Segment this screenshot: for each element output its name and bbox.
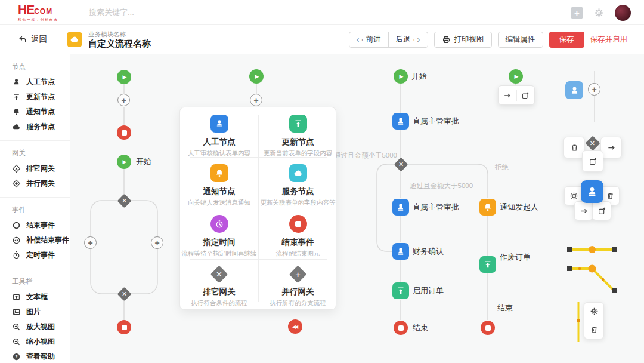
sidebar-item-help[interactable]: 查看帮助 <box>0 349 70 363</box>
add-branch-button[interactable]: + <box>84 236 97 249</box>
manual-node-selected[interactable] <box>581 180 603 203</box>
toolbar-divider <box>57 32 57 47</box>
end-event-node[interactable] <box>117 320 131 334</box>
copy-node-button[interactable] <box>582 150 603 172</box>
stop-icon <box>122 325 127 330</box>
brand-logo[interactable]: HECOM 和你一起，创想未来 <box>18 2 78 23</box>
stop-icon <box>289 215 307 233</box>
flow-canvas[interactable] <box>70 54 644 363</box>
textbox-icon <box>12 293 21 302</box>
palette-item-exclusive-gateway[interactable]: ✕ 排它网关 执行符合条件的流程 <box>180 266 258 312</box>
add-step-button[interactable]: + <box>250 94 262 106</box>
update-node-void-order[interactable] <box>479 256 496 273</box>
connector-delete-button[interactable] <box>590 321 599 339</box>
start-event-node[interactable]: ▶ <box>509 69 523 84</box>
connect-arrow-button[interactable] <box>499 86 516 104</box>
module-name-label: 业务模块名称 <box>88 30 151 38</box>
backward-button[interactable]: 后退 ⇨ <box>389 32 428 47</box>
sidebar-item-timer-event[interactable]: 定时事件 <box>0 248 70 263</box>
copy-node-button[interactable] <box>517 86 535 104</box>
sidebar-item-parallel-gateway[interactable]: 并行网关 <box>0 176 70 191</box>
palette-item-service-node[interactable]: 服务节点 更新关联表单的字段内容等 <box>259 164 337 211</box>
node-label: 财务确认 <box>413 246 444 257</box>
compensation-end-node[interactable]: ◀◀ <box>288 319 302 334</box>
add-button[interactable]: + <box>571 7 583 19</box>
palette-desc: 流程的结束图元 <box>276 250 320 258</box>
end-event-node[interactable] <box>394 321 408 335</box>
end-label: 结束 <box>413 322 428 333</box>
sidebar-section-nodes: 节点 人工节点 更新节点 通知节点 服务节点 <box>0 54 70 140</box>
end-label: 结束 <box>497 303 513 313</box>
user-avatar[interactable] <box>615 5 631 21</box>
notify-node[interactable] <box>479 199 496 216</box>
sidebar-item-compensation-end-event[interactable]: 补偿结束事件 <box>0 233 70 248</box>
start-event-node[interactable]: ▶ <box>249 69 264 84</box>
item-label: 更新节点 <box>26 92 55 102</box>
manual-node-finance[interactable] <box>392 243 409 260</box>
start-event-node[interactable]: ▶ <box>117 155 131 169</box>
manual-node-approve2[interactable] <box>392 199 409 216</box>
settings-gear-icon[interactable] <box>593 7 605 19</box>
sidebar-item-end-event[interactable]: 结束事件 <box>0 218 70 233</box>
sidebar-item-notify-node[interactable]: 通知节点 <box>0 104 70 119</box>
palette-item-notify-node[interactable]: 通知节点 向关键人发送消息通知 <box>180 164 258 211</box>
sidebar-item-manual-node[interactable]: 人工节点 <box>0 75 70 90</box>
palette-desc: 人工审核确认表单内容 <box>188 149 250 158</box>
palette-item-update-node[interactable]: 更新节点 更新当前表单的字段内容 <box>259 115 337 161</box>
edit-properties-button[interactable]: 编辑属性 <box>498 32 543 48</box>
update-node-enable-order[interactable] <box>392 282 409 299</box>
manual-node-approve1[interactable] <box>392 113 409 130</box>
timer-icon <box>210 215 228 233</box>
x-icon: ✕ <box>590 140 595 147</box>
palette-title: 结束事件 <box>282 237 314 248</box>
palette-item-end-event[interactable]: 结束事件 流程的结束图元 <box>259 215 337 262</box>
sidebar-item-zoom-out[interactable]: 缩小视图 <box>0 334 70 349</box>
manual-node-ghost[interactable] <box>565 81 583 99</box>
end-event-node[interactable] <box>117 125 131 140</box>
sidebar-item-image[interactable]: 图片 <box>0 304 70 319</box>
sidebar-section-events: 事件 结束事件 补偿结束事件 定时事件 <box>0 197 70 269</box>
node-palette-panel: 人工节点 人工审核确认表单内容 更新节点 更新当前表单的字段内容 通知节点 向关… <box>179 107 336 310</box>
bell-icon <box>12 107 21 116</box>
back-button[interactable]: 返回 <box>18 34 47 45</box>
start-event-node[interactable]: ▶ <box>394 69 408 84</box>
section-title: 网关 <box>12 149 70 158</box>
item-label: 缩小视图 <box>26 337 55 347</box>
end-event-node[interactable] <box>481 321 495 335</box>
element-sidebar: 节点 人工节点 更新节点 通知节点 服务节点 网关 排它网关 <box>0 54 70 363</box>
sidebar-section-gateways: 网关 排它网关 并行网关 <box>0 140 70 197</box>
print-view-button[interactable]: 打印视图 <box>434 32 492 48</box>
top-header: HECOM 和你一起，创想未来 + <box>0 0 644 25</box>
item-label: 并行网关 <box>26 179 55 189</box>
add-step-button[interactable]: + <box>588 83 600 96</box>
start-label: 开始 <box>136 156 151 167</box>
sidebar-item-update-node[interactable]: 更新节点 <box>0 90 70 104</box>
search-input[interactable] <box>89 8 268 17</box>
save-and-enable-button[interactable]: 保存并启用 <box>590 35 628 45</box>
play-icon: ▶ <box>255 73 259 79</box>
flow-name-title: 自定义流程名称 <box>88 38 151 49</box>
connect-arrow-button[interactable] <box>600 137 622 158</box>
add-branch-button[interactable]: + <box>151 236 163 249</box>
sidebar-item-exclusive-gateway[interactable]: 排它网关 <box>0 161 70 176</box>
sidebar-item-textbox[interactable]: 文本框 <box>0 290 70 304</box>
upload-arrow-icon <box>12 93 21 101</box>
stop-icon <box>122 130 127 136</box>
sidebar-item-service-node[interactable]: 服务节点 <box>0 119 70 134</box>
copy-node-button[interactable] <box>592 201 611 220</box>
play-icon: ▶ <box>515 73 519 79</box>
connect-arrow-button[interactable] <box>574 201 593 220</box>
forward-button[interactable]: ⇦ 前进 <box>349 32 388 47</box>
save-button[interactable]: 保存 <box>549 32 584 48</box>
palette-desc: 流程等待至指定时间再继续 <box>182 250 257 258</box>
palette-item-timer[interactable]: 指定时间 流程等待至指定时间再继续 <box>180 215 258 262</box>
connector-settings-button[interactable] <box>590 303 599 321</box>
person-icon <box>210 115 228 133</box>
start-label: 开始 <box>411 71 427 82</box>
add-step-button[interactable]: + <box>117 94 130 106</box>
palette-item-parallel-gateway[interactable]: ＋ 并行网关 执行所有的分支流程 <box>259 266 337 312</box>
sidebar-item-zoom-in[interactable]: 放大视图 <box>0 319 70 334</box>
node-label: 作废订单 <box>500 252 531 263</box>
palette-item-manual-node[interactable]: 人工节点 人工审核确认表单内容 <box>180 115 258 161</box>
start-event-node[interactable]: ▶ <box>117 70 131 84</box>
